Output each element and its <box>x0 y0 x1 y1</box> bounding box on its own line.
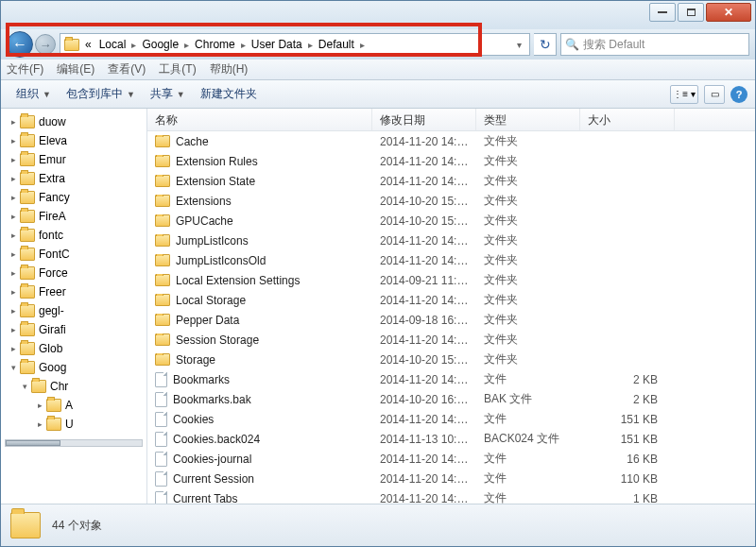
folder-icon <box>20 323 35 336</box>
chevron-right-icon[interactable]: ▸ <box>9 231 18 240</box>
file-type: 文件 <box>476 470 580 487</box>
chevron-right-icon[interactable]: ▸ <box>9 155 18 164</box>
list-item[interactable]: JumpListIconsOld2014-11-20 14:21文件夹 <box>147 250 755 270</box>
sidebar-item-label: Goog <box>39 361 66 374</box>
sidebar-item[interactable]: ▸gegl- <box>1 301 146 320</box>
sidebar-item[interactable]: ▸Eleva <box>1 131 146 150</box>
sidebar-item[interactable]: ▸FontC <box>1 245 146 264</box>
file-date: 2014-10-20 15:39 <box>372 353 476 367</box>
chevron-right-icon[interactable]: ▸ <box>358 40 367 50</box>
view-button[interactable]: ⋮≡ ▾ <box>670 85 698 104</box>
help-button[interactable]: ? <box>730 86 747 103</box>
chevron-right-icon[interactable]: ▸ <box>9 268 18 278</box>
chevron-right-icon[interactable]: ▸ <box>9 249 18 259</box>
breadcrumb-item[interactable]: Default <box>315 36 358 53</box>
menu-tools[interactable]: 工具(T) <box>159 61 196 77</box>
breadcrumb-item[interactable]: Local <box>95 36 130 53</box>
list-item[interactable]: Bookmarks.bak2014-10-20 16:43BAK 文件2 KB <box>147 389 755 409</box>
list-item[interactable]: Current Session2014-11-20 14:51文件110 KB <box>147 469 755 488</box>
chevron-right-icon[interactable]: ▸ <box>306 40 315 50</box>
organize-button[interactable]: 组织▼ <box>9 83 59 105</box>
list-item[interactable]: Session Storage2014-11-20 14:23文件夹 <box>147 330 755 350</box>
menu-view[interactable]: 查看(V) <box>108 61 146 77</box>
chevron-right-icon[interactable]: ▸ <box>9 344 18 353</box>
list-item[interactable]: Local Storage2014-11-20 14:25文件夹 <box>147 290 755 310</box>
chevron-right-icon[interactable]: ▸ <box>9 117 18 127</box>
newfolder-button[interactable]: 新建文件夹 <box>193 83 265 105</box>
list-item[interactable]: Storage2014-10-20 15:39文件夹 <box>147 350 755 369</box>
folder-icon <box>155 294 170 306</box>
chevron-right-icon[interactable]: ▸ <box>9 287 18 297</box>
chevron-down-icon[interactable]: ▾ <box>20 382 29 391</box>
minimize-button[interactable] <box>649 3 676 22</box>
list-item[interactable]: Local Extension Settings2014-09-21 11:47… <box>147 270 755 290</box>
chevron-right-icon[interactable]: ▸ <box>9 174 18 183</box>
sidebar-item[interactable]: ▸duow <box>1 112 146 131</box>
breadcrumb-item[interactable]: Google <box>138 36 182 53</box>
sidebar-item[interactable]: ▸Fancy <box>1 188 146 207</box>
sidebar-item[interactable]: ▸U <box>1 415 146 434</box>
list-item[interactable]: Cookies-journal2014-11-20 14:35文件16 KB <box>147 449 755 469</box>
list-item[interactable]: Cache2014-11-20 14:26文件夹 <box>147 131 755 151</box>
list-item[interactable]: Cookies2014-11-20 14:35文件151 KB <box>147 409 755 429</box>
breadcrumb-item[interactable]: Chrome <box>191 36 239 53</box>
breadcrumb-overflow[interactable]: « <box>81 36 95 53</box>
breadcrumb[interactable]: « Local▸Google▸Chrome▸User Data▸Default▸… <box>60 33 530 56</box>
include-button[interactable]: 包含到库中▼ <box>59 83 143 105</box>
sidebar-item[interactable]: ▸Girafi <box>1 320 146 339</box>
chevron-right-icon[interactable]: ▸ <box>9 193 18 202</box>
search-input[interactable]: 🔍 搜索 Default <box>560 33 749 56</box>
file-name: Cache <box>176 135 209 148</box>
list-item[interactable]: Extensions2014-10-20 15:38文件夹 <box>147 191 755 211</box>
chevron-right-icon[interactable]: ▸ <box>182 40 191 50</box>
refresh-button[interactable]: ↻ <box>534 33 557 56</box>
share-button[interactable]: 共享▼ <box>143 83 193 105</box>
list-item[interactable]: Extension Rules2014-11-20 14:21文件夹 <box>147 151 755 171</box>
chevron-right-icon[interactable]: ▸ <box>9 325 18 334</box>
menu-help[interactable]: 帮助(H) <box>210 61 249 77</box>
list-item[interactable]: Current Tabs2014-11-20 14:22文件1 KB <box>147 488 755 504</box>
sidebar-scrollbar[interactable] <box>5 439 143 447</box>
breadcrumb-item[interactable]: User Data <box>248 36 306 53</box>
col-name[interactable]: 名称 <box>147 109 372 130</box>
list-item[interactable]: Extension State2014-11-20 14:21文件夹 <box>147 171 755 191</box>
list-item[interactable]: Cookies.back0242014-11-13 10:32BACK024 文… <box>147 429 755 449</box>
sidebar-item[interactable]: ▸Emur <box>1 150 146 169</box>
chevron-right-icon[interactable]: ▸ <box>35 401 44 410</box>
list-item[interactable]: JumpListIcons2014-11-20 14:23文件夹 <box>147 231 755 250</box>
chevron-right-icon[interactable]: ▸ <box>9 136 18 145</box>
sidebar-item[interactable]: ▸FireA <box>1 207 146 226</box>
list-item[interactable]: Pepper Data2014-09-18 16:53文件夹 <box>147 310 755 330</box>
folder-icon <box>155 175 170 187</box>
sidebar-item[interactable]: ▸fontc <box>1 226 146 245</box>
close-button[interactable]: ✕ <box>706 3 751 22</box>
list-item[interactable]: GPUCache2014-10-20 15:41文件夹 <box>147 211 755 231</box>
sidebar-item[interactable]: ▾Goog <box>1 358 146 377</box>
chevron-right-icon[interactable]: ▸ <box>9 306 18 316</box>
sidebar-item[interactable]: ▸Force <box>1 264 146 282</box>
sidebar-item[interactable]: ▾Chr <box>1 377 146 396</box>
chevron-right-icon[interactable]: ▸ <box>9 212 18 221</box>
nav-back-button[interactable]: ← <box>7 31 33 58</box>
sidebar-item[interactable]: ▸Glob <box>1 339 146 358</box>
sidebar-item-label: U <box>65 418 74 431</box>
preview-button[interactable]: ▭ <box>704 85 725 104</box>
col-size[interactable]: 大小 <box>580 109 675 130</box>
chevron-right-icon[interactable]: ▸ <box>239 40 248 50</box>
sidebar-item[interactable]: ▸Extra <box>1 169 146 188</box>
breadcrumb-dropdown[interactable]: ▾ <box>511 38 527 52</box>
nav-forward-button[interactable]: → <box>35 34 56 55</box>
list-item[interactable]: Bookmarks2014-11-20 14:26文件2 KB <box>147 369 755 389</box>
chevron-down-icon[interactable]: ▾ <box>9 363 18 372</box>
col-type[interactable]: 类型 <box>476 109 580 130</box>
file-type: 文件夹 <box>476 272 580 288</box>
sidebar-item-label: Extra <box>39 172 65 185</box>
chevron-right-icon[interactable]: ▸ <box>35 419 44 429</box>
col-date[interactable]: 修改日期 <box>372 109 476 130</box>
sidebar-item[interactable]: ▸Freer <box>1 282 146 301</box>
sidebar-item-label: FireA <box>39 210 66 223</box>
sidebar-item[interactable]: ▸A <box>1 396 146 415</box>
menu-edit[interactable]: 编辑(E) <box>57 61 94 77</box>
maximize-button[interactable] <box>678 3 704 22</box>
menu-file[interactable]: 文件(F) <box>7 61 43 77</box>
